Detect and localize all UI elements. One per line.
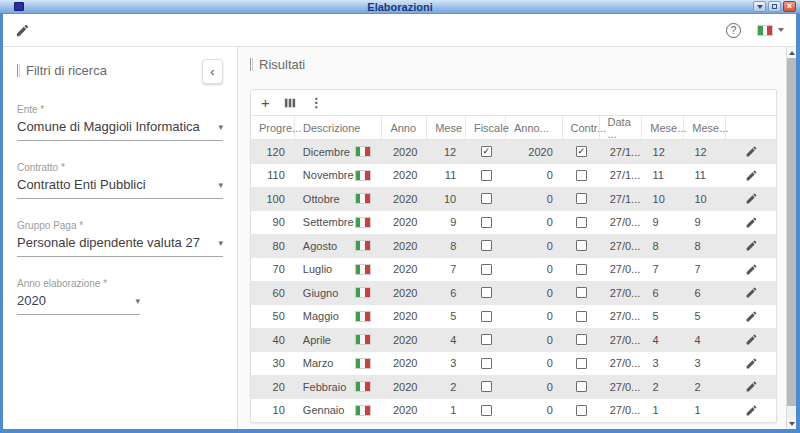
collapse-sidebar-button[interactable]: ‹ [202,59,223,84]
fiscale-checkbox[interactable] [481,193,492,204]
column-header-descrizione[interactable]: Descrizione [295,116,382,139]
column-header-mese3[interactable]: Mese... [684,116,726,139]
minimize-button[interactable] [753,1,766,12]
edit-row-button[interactable] [745,239,758,252]
fiscale-checkbox[interactable] [481,240,492,251]
column-header-fiscale[interactable]: Fiscale [466,116,506,139]
select-field[interactable]: Contratto Enti Pubblici▾ [17,177,223,199]
fiscale-checkbox[interactable] [481,405,492,416]
edit-row-button[interactable] [745,357,758,370]
fiscale-checkbox[interactable] [481,287,492,298]
select-field[interactable]: Personale dipendente valuta 27▾ [17,235,223,257]
cell-mese: 12 [427,140,466,164]
table-row[interactable]: 100Ottobre202010027/1...1010 [251,187,776,211]
fiscale-checkbox[interactable] [481,146,492,157]
flag-stripe [365,147,370,156]
column-header-prog[interactable]: Progre... [251,116,295,139]
cell-data: 27/0... [600,352,643,376]
table-row[interactable]: 90Settembre20209027/0...99 [251,211,776,235]
cell-data: 27/1... [600,187,643,211]
app-window: Elaborazioni × ? Filtri di ricerca [0,0,800,433]
contratto-checkbox[interactable] [576,334,587,345]
select-field[interactable]: Comune di Maggioli Informatica▾ [17,119,223,141]
edit-mode-button[interactable] [15,23,30,38]
fiscale-checkbox[interactable] [481,381,492,392]
contratto-checkbox[interactable] [576,287,587,298]
column-header-edit[interactable] [726,116,776,139]
table-row[interactable]: 50Maggio20205027/0...55 [251,305,776,329]
contratto-checkbox[interactable] [576,381,587,392]
edit-row-button[interactable] [745,404,758,417]
table-row[interactable]: 70Luglio20207027/0...77 [251,258,776,282]
chevron-down-icon: ▾ [218,238,223,248]
table-row[interactable]: 20Febbraio20202027/0...22 [251,375,776,399]
contratto-checkbox[interactable] [576,311,587,322]
pencil-icon [745,192,758,205]
edit-row-button[interactable] [745,286,758,299]
month-label: Marzo [303,357,334,369]
column-header-data[interactable]: Data ... [600,116,643,139]
cell-anno-2: 0 [506,352,563,376]
close-button[interactable]: × [783,1,796,12]
table-row[interactable]: 10Gennaio20201027/0...11 [251,399,776,423]
table-row[interactable]: 30Marzo20203027/0...33 [251,352,776,376]
cell-anno-2: 2020 [506,140,563,164]
filter-field: Gruppo Paga *Personale dipendente valuta… [17,220,223,257]
select-field[interactable]: 2020▾ [17,293,140,315]
table-row[interactable]: 40Aprile20204027/0...44 [251,328,776,352]
contratto-checkbox[interactable] [576,146,587,157]
column-header-anno[interactable]: Anno [382,116,427,139]
cell-fiscale [466,234,506,258]
cell-mese: 4 [427,328,466,352]
edit-row-button[interactable] [745,263,758,276]
language-selector[interactable] [757,25,784,36]
cell-contratto [563,399,600,423]
contratto-checkbox[interactable] [576,217,587,228]
table-row[interactable]: 80Agosto20208027/0...88 [251,234,776,258]
contratto-checkbox[interactable] [576,405,587,416]
table-row[interactable]: 110Novembre202011027/1...1111 [251,164,776,188]
table-row[interactable]: 60Giugno20206027/0...66 [251,281,776,305]
vertical-scrollbar[interactable] [786,47,796,429]
contratto-checkbox[interactable] [576,193,587,204]
maximize-button[interactable] [768,1,781,12]
cell-anno-2: 0 [506,281,563,305]
more-options-button[interactable]: ⋮ [310,95,323,110]
edit-row-button[interactable] [745,380,758,393]
edit-row-button[interactable] [745,310,758,323]
fiscale-checkbox[interactable] [481,358,492,369]
contratto-checkbox[interactable] [576,240,587,251]
edit-row-button[interactable] [745,169,758,182]
column-header-anno2[interactable]: Anno... [506,116,563,139]
edit-row-button[interactable] [745,192,758,205]
edit-row-button[interactable] [745,216,758,229]
fiscale-checkbox[interactable] [481,334,492,345]
contratto-checkbox[interactable] [576,170,587,181]
fiscale-checkbox[interactable] [481,217,492,228]
columns-button[interactable] [284,97,296,109]
fiscale-checkbox[interactable] [481,311,492,322]
flag-stripe [365,312,370,321]
column-header-mese[interactable]: Mese [427,116,466,139]
scroll-up-button[interactable] [787,47,796,58]
scrollbar-track[interactable] [787,406,796,418]
edit-row-button[interactable] [745,333,758,346]
contratto-checkbox[interactable] [576,358,587,369]
column-header-mese2[interactable]: Mese... [642,116,684,139]
add-row-button[interactable]: + [261,94,270,111]
table-row[interactable]: 120Dicembre202012202027/1...1212 [251,140,776,164]
pencil-icon [745,263,758,276]
contratto-checkbox[interactable] [576,264,587,275]
filters-title-row: Filtri di ricerca [17,59,107,78]
window-body: Filtri di ricerca ‹ Ente *Comune di Magg… [3,47,796,429]
scrollbar-thumb[interactable] [787,58,796,406]
cell-fiscale [466,328,506,352]
edit-row-button[interactable] [745,145,758,158]
results-card: + ⋮ Progre...DescrizioneAnnoMeseFiscaleA… [250,89,777,423]
scroll-down-button[interactable] [787,418,796,429]
fiscale-checkbox[interactable] [481,264,492,275]
help-button[interactable]: ? [726,23,741,38]
chevron-down-icon: ▾ [218,180,223,190]
fiscale-checkbox[interactable] [481,170,492,181]
column-header-contratto[interactable]: Contr... [563,116,600,139]
